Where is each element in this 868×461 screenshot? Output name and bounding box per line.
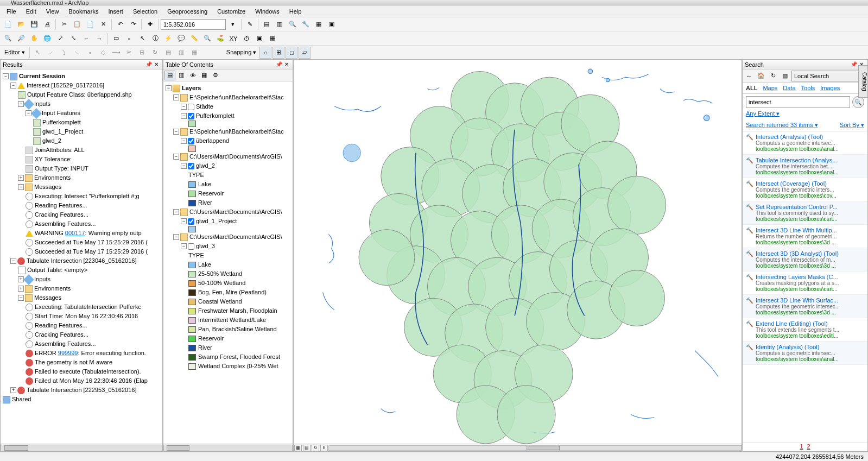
edit-straight[interactable]: ⟋	[45, 47, 57, 59]
editor-toolbar-button[interactable]: ✎	[244, 18, 256, 30]
toc-options[interactable]: ⚙	[210, 71, 221, 80]
result-title[interactable]: Intersect 3D Line With Multip...	[756, 227, 864, 233]
back-button[interactable]: ←	[80, 33, 92, 45]
full-extent-button[interactable]: 🌐	[41, 33, 53, 45]
snapping-dropdown[interactable]: Snapping ▾	[224, 49, 259, 56]
layer-name[interactable]: glwd_3	[196, 242, 215, 251]
arctoolbox-button[interactable]: 🔧	[300, 18, 312, 30]
warning-code-link[interactable]: 000117	[65, 230, 85, 236]
search-result-item[interactable]: 🔨Intersect (Coverage) (Tool)Computes the…	[743, 178, 867, 201]
edit-create[interactable]: ▦	[188, 47, 200, 59]
edit-sketch[interactable]: ▥	[175, 47, 187, 59]
page-2-link[interactable]: 2	[807, 443, 810, 450]
layer-name[interactable]: glwd_1_Project	[196, 217, 237, 226]
pause-drawing-button[interactable]: ⏸	[320, 445, 328, 451]
search-scope-select[interactable]: Local Search	[791, 71, 866, 81]
toc-tree[interactable]: −Layers−E:\Speicher\uni\Bachelorarbeit\S…	[163, 81, 293, 444]
results-tree[interactable]: −Current Session −Intersect [152529_0517…	[1, 70, 162, 444]
refresh-button[interactable]: ↻	[312, 445, 319, 451]
goto-xy-button[interactable]: XY	[227, 33, 239, 45]
catalog-button[interactable]: ▥	[274, 18, 286, 30]
scale-dropdown[interactable]: ▾	[227, 18, 239, 30]
select-features-button[interactable]: ▭	[110, 33, 122, 45]
editor-dropdown[interactable]: Editor ▾	[2, 49, 27, 56]
toc-button[interactable]: ▤	[261, 18, 273, 30]
fixed-zoom-in[interactable]: ⤢	[54, 33, 66, 45]
edit-point[interactable]: •	[84, 47, 96, 59]
html-popup-button[interactable]: 💬	[175, 33, 187, 45]
menu-insert[interactable]: Insert	[104, 7, 128, 16]
select-elements-button[interactable]: ↖	[136, 33, 148, 45]
layer-checkbox[interactable]	[188, 104, 194, 110]
layer-checkbox[interactable]	[188, 113, 194, 119]
zoom-out-button[interactable]: 🔎	[15, 33, 27, 45]
search-input[interactable]	[746, 96, 850, 108]
find-button[interactable]: 🔍	[201, 33, 213, 45]
delete-button[interactable]: ✕	[97, 18, 109, 30]
pan-button[interactable]: ✋	[28, 33, 40, 45]
layer-checkbox[interactable]	[188, 218, 194, 225]
edit-vertices[interactable]: ◇	[97, 47, 109, 59]
layer-name[interactable]: glwd_2	[196, 161, 215, 170]
save-button[interactable]: 💾	[28, 18, 40, 30]
error-code-link[interactable]: 999999	[58, 350, 78, 356]
search-home-button[interactable]: 🏠	[756, 71, 766, 81]
filter-all[interactable]: ALL	[746, 85, 757, 91]
menu-selection[interactable]: Selection	[129, 7, 162, 16]
python-button[interactable]: ▦	[313, 18, 325, 30]
layer-checkbox[interactable]	[188, 138, 194, 144]
result-title[interactable]: Intersect 3D (3D Analyst) (Tool)	[756, 250, 864, 257]
search-window-button[interactable]: 🔍	[287, 18, 299, 30]
search-back-button[interactable]: ←	[744, 71, 755, 81]
search-go-button[interactable]: 🔍	[852, 96, 864, 108]
search-result-item[interactable]: 🔨Set Representation Control P... This to…	[743, 201, 867, 225]
result-title[interactable]: Identity (Analysis) (Tool)	[756, 344, 864, 350]
menu-windows[interactable]: Windows	[251, 7, 284, 16]
menu-geoprocessing[interactable]: Geoprocessing	[163, 7, 212, 16]
layer-checkbox[interactable]	[188, 163, 194, 169]
menu-edit[interactable]: Edit	[22, 7, 41, 16]
list-by-drawing-order[interactable]: ▤	[164, 71, 175, 80]
filter-maps[interactable]: Maps	[763, 85, 777, 91]
pin-icon[interactable]: 📌	[275, 61, 283, 68]
layer-name[interactable]: Städte	[196, 102, 213, 111]
print-button[interactable]: 🖨	[41, 18, 53, 30]
menu-view[interactable]: View	[42, 7, 64, 16]
edit-trace[interactable]: ⟍	[71, 47, 83, 59]
search-index-button[interactable]: ▤	[780, 71, 790, 81]
edit-arc[interactable]: ⤵	[58, 47, 70, 59]
result-title[interactable]: Set Representation Control P...	[756, 204, 864, 210]
search-sort-link[interactable]: Sort By ▾	[840, 122, 864, 129]
menu-customize[interactable]: Customize	[213, 7, 250, 16]
edit-attributes[interactable]: ▤	[162, 47, 174, 59]
data-view-button[interactable]: ▦	[294, 445, 302, 451]
layout-view-button[interactable]: ▤	[303, 445, 311, 451]
result-title[interactable]: Intersecting Layers Masks (C...	[756, 274, 864, 280]
search-count-link[interactable]: Search returned 33 items ▾	[746, 122, 818, 129]
map-canvas[interactable]	[294, 60, 742, 444]
filter-tools[interactable]: Tools	[801, 85, 815, 91]
filter-data[interactable]: Data	[783, 85, 795, 91]
create-viewer-button[interactable]: ▣	[254, 33, 265, 45]
list-by-selection[interactable]: ▦	[199, 71, 210, 80]
edit-tool[interactable]: ↖	[32, 47, 44, 59]
snap-end-button[interactable]: ⊞	[273, 47, 284, 59]
add-data-button[interactable]: ✚	[144, 18, 156, 30]
menu-help[interactable]: Help	[285, 7, 306, 16]
edit-split[interactable]: ⊟	[136, 47, 148, 59]
zoom-in-button[interactable]: 🔍	[2, 33, 14, 45]
results-hscroll[interactable]	[1, 444, 162, 451]
clear-selection-button[interactable]: ▫	[123, 33, 135, 45]
search-result-item[interactable]: 🔨Intersect 3D Line With Multip... Return…	[743, 225, 867, 248]
catalog-tab[interactable]: Catalog	[858, 65, 868, 98]
forward-button[interactable]: →	[93, 33, 105, 45]
close-icon[interactable]: ✕	[283, 61, 290, 68]
search-result-item[interactable]: 🔨Tabulate Intersection (Analys... Comput…	[743, 155, 867, 178]
layer-name[interactable]: überlappend	[196, 136, 229, 146]
identify-button[interactable]: ⓘ	[149, 33, 161, 45]
close-icon[interactable]: ✕	[153, 61, 160, 68]
search-result-item[interactable]: 🔨Identity (Analysis) (Tool)Computes a ge…	[743, 342, 867, 365]
edit-rotate[interactable]: ↻	[149, 47, 161, 59]
search-result-item[interactable]: 🔨Intersecting Layers Masks (C... Creates…	[743, 271, 867, 295]
pin-icon[interactable]: 📌	[850, 61, 858, 68]
